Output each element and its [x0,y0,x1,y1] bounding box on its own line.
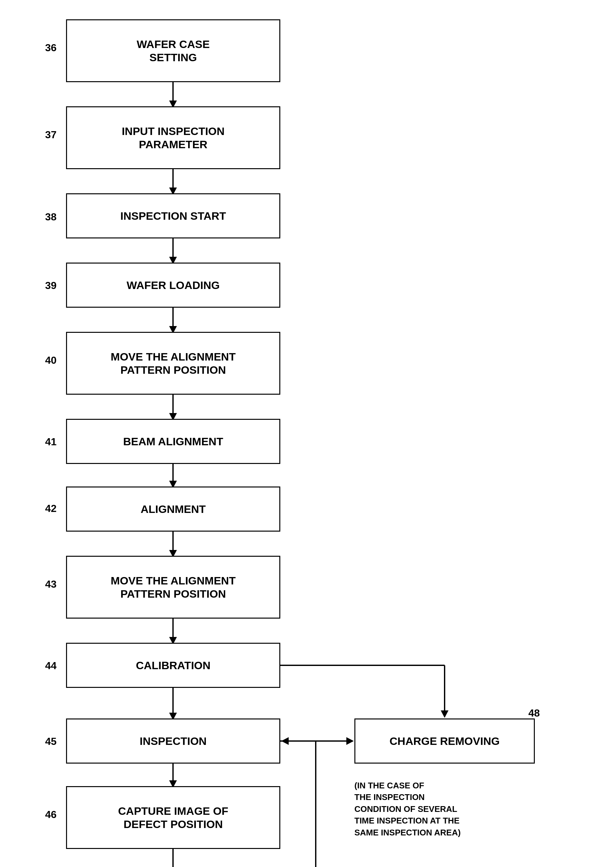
step-label-40: 40 [45,354,57,366]
step-label-36: 36 [45,42,57,54]
step-label-48: 48 [528,707,540,719]
flow-box-36: WAFER CASESETTING [66,19,280,82]
svg-marker-29 [346,737,354,745]
flow-box-42: ALIGNMENT [66,487,280,532]
svg-marker-27 [281,737,289,745]
step-label-41: 41 [45,436,57,448]
svg-marker-32 [441,710,448,718]
flow-box-46: CAPTURE IMAGE OFDEFECT POSITION [66,786,280,849]
flow-box-39: WAFER LOADING [66,262,280,308]
flow-box-43: MOVE THE ALIGNMENTPATTERN POSITION [66,556,280,619]
flow-box-44: CALIBRATION [66,643,280,688]
flow-box-45: INSPECTION [66,718,280,763]
step-label-38: 38 [45,211,57,223]
note-text: (IN THE CASE OFTHE INSPECTIONCONDITION O… [354,780,461,838]
flow-box-38: INSPECTION START [66,193,280,239]
step-label-43: 43 [45,578,57,590]
flow-box-41: BEAM ALIGNMENT [66,419,280,464]
step-label-46: 46 [45,809,57,821]
step-label-44: 44 [45,660,57,672]
flow-box-37: INPUT INSPECTIONPARAMETER [66,106,280,169]
step-label-42: 42 [45,503,57,515]
flow-box-48: CHARGE REMOVING [354,718,535,763]
diagram-container: 36 WAFER CASESETTING 37 INPUT INSPECTION… [0,0,616,867]
step-label-37: 37 [45,129,57,141]
flow-box-40: MOVE THE ALIGNMENTPATTERN POSITION [66,332,280,395]
step-label-39: 39 [45,280,57,292]
step-label-45: 45 [45,735,57,748]
